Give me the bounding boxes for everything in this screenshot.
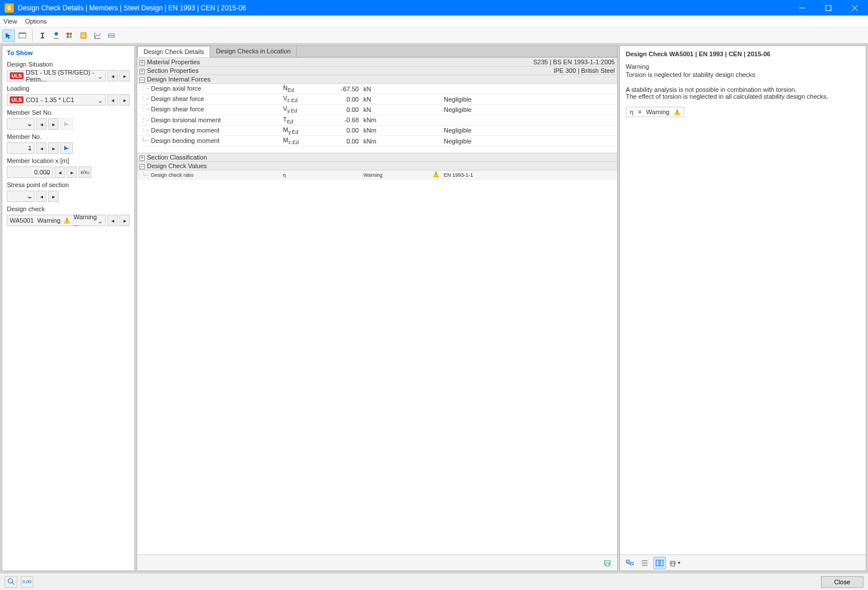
design-situation-label: Design Situation — [7, 61, 130, 68]
window-title: Design Check Details | Members | Steel D… — [18, 4, 789, 12]
svg-rect-12 — [67, 36, 69, 38]
svg-point-24 — [8, 579, 13, 583]
window-tool-icon[interactable] — [16, 29, 29, 42]
svg-rect-5 — [19, 33, 26, 34]
svg-rect-17 — [606, 563, 609, 566]
stress-point-select[interactable]: --⌄ — [7, 191, 34, 202]
svg-rect-11 — [69, 33, 72, 35]
stress-point-label: Stress point of section — [7, 181, 130, 188]
dc-next-button[interactable]: ▸ — [119, 215, 130, 226]
palette-tool-icon[interactable] — [64, 29, 76, 42]
svg-rect-13 — [69, 36, 72, 38]
results-tool-icon[interactable] — [105, 29, 118, 42]
print-dropdown-icon[interactable]: ▾ — [668, 557, 681, 569]
loading-select[interactable]: ULS CO1 - 1.35 * LC1 ⌄ — [7, 94, 106, 106]
xx0-button[interactable]: x/x₀ — [79, 166, 91, 178]
svg-rect-23 — [671, 563, 675, 566]
app-icon: 6 — [5, 3, 14, 13]
design-check-label: Design check — [7, 205, 130, 212]
svg-line-25 — [12, 583, 14, 585]
table-row: └┄Design check ratioηWarningEN 1993-1-1 — [137, 170, 617, 180]
result-box: η = Warning — [626, 107, 684, 117]
sp-next-button[interactable]: ▸ — [48, 191, 59, 202]
ms-next-button[interactable]: ▸ — [48, 118, 59, 130]
maximize-button[interactable] — [815, 0, 842, 15]
member-location-label: Member location x [m] — [7, 157, 130, 164]
chevron-down-icon: ⌄ — [98, 218, 103, 225]
collapse-icon[interactable]: − — [140, 77, 145, 83]
member-pick-icon[interactable] — [60, 142, 73, 154]
tab-design-check-details[interactable]: Design Check Details — [137, 46, 210, 57]
close-window-button[interactable] — [842, 0, 868, 15]
warning-icon — [64, 218, 70, 224]
menu-view[interactable]: View — [3, 18, 17, 25]
section-tool-icon[interactable] — [36, 29, 49, 42]
member-set-select[interactable]: --⌄ — [7, 118, 34, 130]
ms-prev-button[interactable]: ◂ — [36, 118, 46, 130]
chevron-down-icon: ⌄ — [27, 121, 32, 128]
warning-text-3: The effect of torsion is neglected in al… — [626, 93, 860, 100]
chevron-down-icon: ⌄ — [27, 145, 32, 152]
table-row: ⋮┄Design bending momentMy.Ed0.00kNmNegli… — [137, 125, 617, 135]
svg-rect-19 — [630, 562, 633, 565]
tree-view-icon[interactable] — [623, 557, 636, 569]
details-title: Design Check WA5001 | EN 1993 | CEN | 20… — [626, 51, 860, 57]
expand-icon[interactable]: + — [140, 69, 145, 74]
loading-label: Loading — [7, 85, 130, 92]
chevron-down-icon: ⌄ — [98, 97, 103, 104]
detail-view-icon[interactable] — [653, 557, 666, 569]
search-icon[interactable] — [5, 576, 17, 588]
table-row: ⋮┄Design shear forceVy.Ed0.00kNNegligibl… — [137, 104, 617, 115]
ml-next-button[interactable]: ▸ — [67, 166, 77, 178]
lc-prev-button[interactable]: ◂ — [107, 94, 118, 106]
ds-next-button[interactable]: ▸ — [119, 70, 130, 81]
warning-text-2: A stability analysis is not possible in … — [626, 86, 860, 93]
lc-next-button[interactable]: ▸ — [119, 94, 130, 106]
sp-prev-button[interactable]: ◂ — [36, 191, 46, 202]
warning-icon — [674, 109, 680, 115]
svg-rect-1 — [826, 5, 831, 10]
tab-design-checks-location[interactable]: Design Checks in Location — [210, 46, 297, 57]
svg-rect-20 — [656, 560, 659, 566]
table-row: └┄Design bending momentMz.Ed0.00kNmNegli… — [137, 135, 617, 146]
expand-icon[interactable]: + — [140, 60, 145, 65]
report-tool-icon[interactable] — [78, 29, 90, 42]
minimize-button[interactable] — [789, 0, 815, 15]
member-location-input[interactable]: 0.000⌄ — [7, 166, 53, 178]
title-bar: 6 Design Check Details | Members | Steel… — [0, 0, 868, 15]
mn-prev-button[interactable]: ◂ — [36, 142, 46, 154]
svg-rect-8 — [41, 37, 44, 38]
ml-prev-button[interactable]: ◂ — [55, 166, 65, 178]
units-icon[interactable]: 0,00 — [21, 576, 33, 588]
table-row: ⋮┄Design axial forceNEd-67.50kN — [137, 84, 617, 94]
table-row: ⋮┄Design shear forceVz.Ed0.00kNNegligibl… — [137, 94, 617, 104]
collapse-icon[interactable]: − — [140, 164, 145, 169]
warning-icon — [433, 171, 439, 177]
member-no-label: Member No. — [7, 133, 130, 140]
menu-bar: View Options — [0, 15, 868, 28]
chevron-down-icon: ⌄ — [27, 193, 32, 200]
chart-tool-icon[interactable] — [91, 29, 104, 42]
select-tool-icon[interactable] — [2, 29, 15, 42]
expand-icon[interactable]: + — [140, 156, 145, 161]
dc-prev-button[interactable]: ◂ — [107, 215, 118, 226]
ds-prev-button[interactable]: ◂ — [107, 70, 118, 81]
design-situation-select[interactable]: ULS DS1 - ULS (STR/GEO) - Perm... ⌄ — [7, 70, 106, 81]
chevron-down-icon: ⌄ — [98, 73, 103, 80]
member-no-select[interactable]: 1⌄ — [7, 142, 34, 154]
svg-rect-21 — [660, 560, 663, 566]
svg-rect-14 — [81, 33, 86, 38]
list-view-icon[interactable] — [638, 557, 651, 569]
design-check-select[interactable]: WA5001 Warning Warning ... ⌄ — [7, 215, 106, 226]
member-set-pick-icon[interactable] — [60, 118, 73, 130]
table-row: ⋮┄Design torsional momentTEd-0.68kNm — [137, 115, 617, 125]
menu-options[interactable]: Options — [25, 18, 47, 25]
sidebar-title: To Show — [7, 49, 130, 56]
mn-next-button[interactable]: ▸ — [48, 142, 59, 154]
close-button[interactable]: Close — [821, 576, 863, 588]
loads-tool-icon[interactable] — [50, 29, 63, 42]
svg-rect-10 — [67, 33, 69, 35]
print-preview-icon[interactable] — [601, 557, 614, 569]
properties-table: +Material PropertiesS235 | BS EN 1993-1-… — [137, 57, 617, 180]
center-pane: Design Check Details Design Checks in Lo… — [137, 45, 618, 571]
